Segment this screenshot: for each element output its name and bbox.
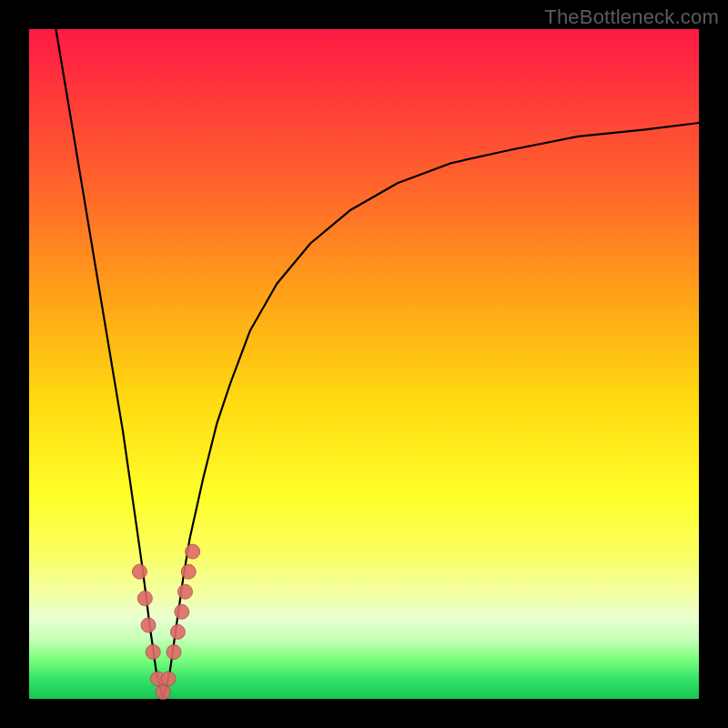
curve-marker [137, 592, 152, 606]
curve-marker [170, 624, 185, 639]
curve-marker [178, 584, 193, 599]
curve-marker [167, 645, 181, 660]
marker-group [132, 544, 199, 700]
curve-marker [175, 604, 189, 619]
curve-marker [186, 544, 200, 559]
curve-marker [146, 645, 160, 660]
curve-marker [156, 685, 170, 700]
curve-marker [141, 618, 156, 632]
chart-frame: TheBottleneck.com [0, 0, 728, 728]
curve-marker [161, 672, 176, 686]
plot-area [29, 29, 699, 699]
curve-marker [132, 564, 147, 579]
chart-svg [29, 29, 699, 699]
watermark-text: TheBottleneck.com [544, 5, 719, 29]
curve-marker [181, 564, 196, 579]
